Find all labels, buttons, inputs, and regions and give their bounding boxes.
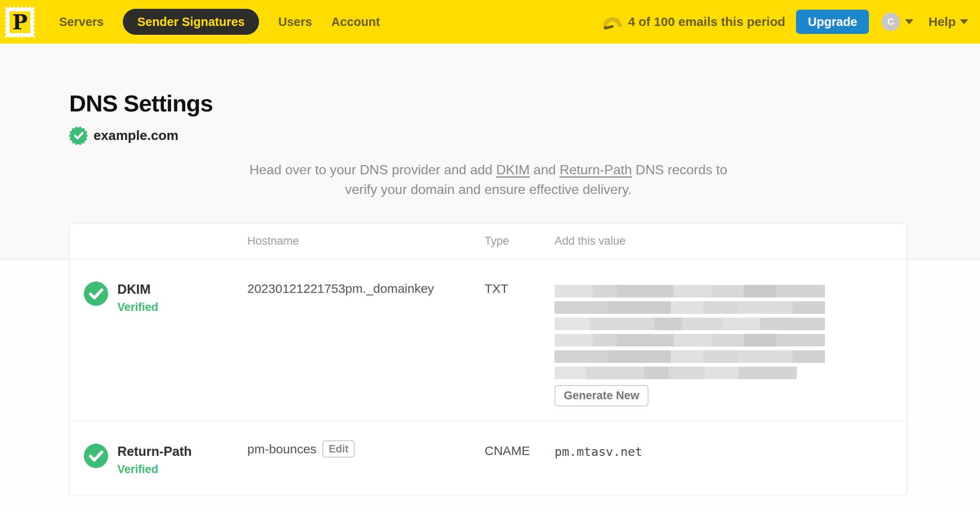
column-header-type: Type (485, 235, 555, 248)
return-path-link[interactable]: Return-Path (560, 162, 632, 177)
instructions-text: Head over to your DNS provider and add (249, 162, 496, 177)
verified-check-icon (84, 282, 108, 306)
nav-links: Servers Sender Signatures Users Account (59, 9, 380, 35)
return-path-value-cell: pm.mtasv.net (555, 421, 907, 496)
table-row-return-path: Return-Path Verified pm-bounces Edit CNA… (70, 421, 907, 496)
column-header-value: Add this value (555, 235, 907, 248)
help-menu[interactable]: Help (928, 15, 968, 29)
gauge-icon (603, 14, 622, 29)
record-name: DKIM (117, 282, 158, 297)
nav-item-users[interactable]: Users (278, 15, 312, 29)
table-row-dkim: DKIM Verified 20230121221753pm._domainke… (70, 259, 907, 421)
return-path-value: pm.mtasv.net (555, 445, 643, 459)
dkim-status-cell: DKIM Verified (70, 259, 247, 421)
nav-item-servers[interactable]: Servers (59, 15, 104, 29)
domain-row: example.com (69, 127, 907, 145)
column-header-hostname: Hostname (247, 235, 485, 248)
verified-seal-icon (69, 127, 88, 145)
instructions-text: verify your domain and ensure effective … (345, 182, 632, 197)
instructions: Head over to your DNS provider and add D… (216, 160, 761, 199)
dkim-type: TXT (485, 259, 555, 421)
help-label: Help (928, 15, 956, 29)
return-path-hostname: pm-bounces (247, 442, 316, 456)
edit-button[interactable]: Edit (322, 440, 355, 458)
nav-item-sender-signatures[interactable]: Sender Signatures (123, 9, 259, 35)
dkim-value-cell: Generate New (555, 259, 907, 421)
usage-meter: 4 of 100 emails this period (603, 14, 785, 29)
status-badge: Verified (117, 463, 192, 476)
generate-new-button[interactable]: Generate New (555, 385, 648, 406)
domain-name: example.com (93, 128, 179, 143)
chevron-down-icon (960, 19, 968, 24)
status-badge: Verified (117, 301, 158, 314)
instructions-text: and (530, 162, 560, 177)
account-menu[interactable]: C (881, 13, 913, 31)
brand-letter: P (12, 10, 27, 34)
upgrade-button[interactable]: Upgrade (796, 10, 869, 34)
chevron-down-icon (905, 19, 913, 24)
return-path-status-cell: Return-Path Verified (70, 421, 247, 496)
table-header-row: Hostname Type Add this value (70, 224, 907, 259)
postmark-logo-icon[interactable]: P (4, 6, 36, 39)
dkim-hostname: 20230121221753pm._domainkey (247, 259, 485, 421)
record-name: Return-Path (117, 444, 192, 459)
nav-right-cluster: 4 of 100 emails this period Upgrade C He… (603, 10, 968, 34)
dns-records-card: Hostname Type Add this value DKIM Verifi… (69, 223, 907, 496)
nav-item-account[interactable]: Account (331, 15, 380, 29)
top-nav: P Servers Sender Signatures Users Accoun… (0, 0, 980, 44)
avatar[interactable]: C (881, 13, 900, 31)
instructions-text: DNS records to (632, 162, 727, 177)
page-title: DNS Settings (69, 91, 907, 116)
verified-check-icon (84, 444, 108, 468)
usage-text: 4 of 100 emails this period (628, 15, 785, 29)
dkim-value-redacted (555, 285, 892, 379)
return-path-type: CNAME (485, 421, 555, 496)
dkim-link[interactable]: DKIM (496, 162, 530, 177)
return-path-hostname-cell: pm-bounces Edit (247, 421, 485, 496)
